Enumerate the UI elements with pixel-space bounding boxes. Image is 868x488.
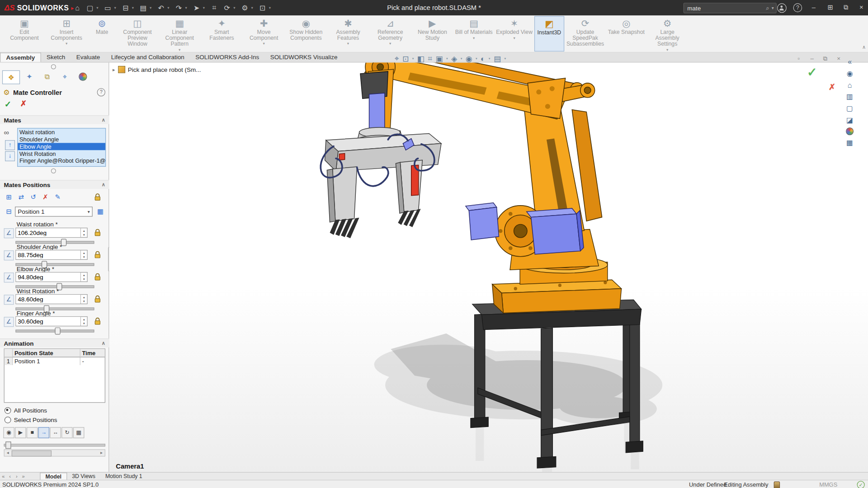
restore-button[interactable]: ⧉ <box>840 3 852 11</box>
radio-select-positions[interactable]: Select Positions <box>5 417 57 423</box>
lock-icon[interactable] <box>94 251 101 258</box>
feature-tree-breadcrumb[interactable]: ▸ Pick and place robot (Sm... <box>113 66 201 73</box>
mate-filter-icon[interactable]: ∞ <box>4 128 9 136</box>
save-caret-icon[interactable]: ▾ <box>132 5 137 10</box>
lock-icon[interactable] <box>94 296 101 303</box>
status-units[interactable]: MMGS <box>819 481 837 488</box>
panel-grip[interactable] <box>51 64 56 69</box>
save-icon[interactable]: ⊟ <box>119 4 132 12</box>
slider-thumb[interactable] <box>55 328 60 335</box>
tab-property-manager[interactable]: ✦ <box>21 70 38 83</box>
ribbon-button-instant3d[interactable]: ◩Instant3D <box>534 16 564 52</box>
ribbon-button-bill-of-materials[interactable]: ▤Bill of Materials▾ <box>453 16 495 52</box>
tab-scroll-prev-icon[interactable]: ‹ <box>7 474 14 479</box>
finger-angle-slider[interactable] <box>15 328 94 333</box>
mates-positions-group-header[interactable]: Mates Positions ∧ <box>0 180 109 189</box>
ribbon-button-edit-component[interactable]: ▣Edit Component <box>3 16 45 52</box>
lock-icon[interactable] <box>94 229 101 236</box>
confirm-cancel-button[interactable]: ✗ <box>826 81 838 93</box>
edit-appearance-icon[interactable]: ◐ <box>481 54 485 63</box>
capture-caret-icon[interactable]: ▾ <box>269 5 274 10</box>
elbow-angle-field[interactable]: ▲▼ <box>15 272 87 282</box>
lock-all-icon[interactable] <box>94 193 101 201</box>
ribbon-button-exploded-view[interactable]: ✶Exploded View▾ <box>494 16 534 52</box>
search-input[interactable] <box>686 4 764 12</box>
hide-show-items-icon[interactable]: ◉ <box>466 54 472 63</box>
attach-icon[interactable]: ⌗ <box>208 3 221 12</box>
list-item[interactable]: Finger Angle@Robot Gripper-1@Pic <box>18 157 105 164</box>
tab-motion-study-1[interactable]: Motion Study 1 <box>100 473 147 480</box>
scroll-right-icon[interactable]: ▸ <box>98 450 105 456</box>
ribbon-button-new-motion-study[interactable]: ▶New Motion Study <box>411 16 453 52</box>
graphics-viewport[interactable]: ▸ Pick and place robot (Sm... Camera1 <box>109 63 868 472</box>
reset-positions-button[interactable]: ↺ <box>28 192 39 203</box>
animation-timeline-slider[interactable] <box>4 441 105 447</box>
tab-sketch[interactable]: Sketch <box>41 52 71 62</box>
design-library-icon[interactable]: ▥ <box>846 93 853 101</box>
tab-evaluate[interactable]: Evaluate <box>71 52 105 62</box>
open-icon[interactable]: ▭ <box>101 4 114 12</box>
list-resize-grip[interactable] <box>51 169 56 174</box>
animation-group-header[interactable]: Animation ∧ <box>0 338 109 347</box>
options-icon[interactable]: ⚙ <box>238 4 251 12</box>
tab-scroll-first-icon[interactable]: « <box>0 474 7 479</box>
home-icon[interactable]: ⌂ <box>71 4 84 12</box>
robot-3d-model[interactable] <box>109 63 868 472</box>
rebuild-caret-icon[interactable]: ▾ <box>233 5 238 10</box>
select-caret-icon[interactable]: ▾ <box>203 5 208 10</box>
screen-capture-icon[interactable]: ⊡ <box>256 4 269 12</box>
viewport-close-icon[interactable]: × <box>834 55 844 61</box>
stop-button[interactable]: ■ <box>27 427 38 438</box>
spinner[interactable]: ▲▼ <box>80 250 87 259</box>
scrollbar-thumb[interactable] <box>12 450 52 456</box>
redo-caret-icon[interactable]: ▾ <box>185 5 190 10</box>
tab-feature-manager[interactable]: ❖ <box>2 70 20 84</box>
tab-scroll-last-icon[interactable]: » <box>20 474 27 479</box>
ribbon-button-move-component[interactable]: ✚Move Component▾ <box>243 16 285 52</box>
tab-dimxpert-manager[interactable]: ⌖ <box>57 70 73 83</box>
waist-rotation-field[interactable]: ▲▼ <box>15 228 87 238</box>
list-item[interactable]: Wrist Rotation <box>18 150 105 157</box>
calculate-button[interactable]: ◉ <box>3 427 14 438</box>
view-settings-icon[interactable]: ▤ <box>494 54 501 63</box>
tab-3d-views[interactable]: 3D Views <box>67 473 100 480</box>
spinner[interactable]: ▲▼ <box>80 295 87 304</box>
print-icon[interactable]: ▤ <box>137 4 150 12</box>
list-item[interactable]: Waist rotation <box>18 128 105 136</box>
open-caret-icon[interactable]: ▾ <box>114 5 119 10</box>
cancel-button[interactable]: ✗ <box>20 99 27 109</box>
close-button[interactable]: × <box>856 3 867 11</box>
slider-thumb[interactable] <box>5 441 11 449</box>
tab-lifecycle-collaboration[interactable]: Lifecycle and Collaboration <box>105 52 189 62</box>
expand-arrow-icon[interactable]: ▸ <box>113 67 115 72</box>
search-icon[interactable]: ⌕ <box>766 5 769 12</box>
ribbon-button-assembly-features[interactable]: ✱Assembly Features▾ <box>327 16 369 52</box>
new-document-icon[interactable]: ▢ <box>84 4 96 12</box>
ribbon-collapse-icon[interactable]: ∧ <box>862 44 866 50</box>
measure-icon[interactable]: ⌗ <box>428 54 432 63</box>
confirm-ok-button[interactable]: ✓ <box>805 66 819 80</box>
update-positions-button[interactable]: ⇄ <box>15 192 27 203</box>
ribbon-button-insert-components[interactable]: ⊞Insert Components▾ <box>46 16 88 52</box>
zoom-fit-icon[interactable]: ⌖ <box>395 54 399 63</box>
lock-icon[interactable] <box>94 273 101 281</box>
user-account-icon[interactable] <box>777 3 787 13</box>
tab-configuration-manager[interactable]: ⧉ <box>39 70 56 83</box>
ribbon-button-show-hidden-components[interactable]: ◉Show Hidden Components <box>285 16 327 52</box>
shoulder-angle-field[interactable]: ▲▼ <box>15 250 87 260</box>
tab-model[interactable]: Model <box>40 472 67 480</box>
ribbon-button-linear-component-pattern[interactable]: ▦Linear Component Pattern▾ <box>159 16 201 52</box>
scroll-left-icon[interactable]: ◂ <box>5 450 11 456</box>
add-position-button[interactable]: ⊞ <box>3 192 14 203</box>
move-mate-down-button[interactable]: ↓ <box>5 151 15 161</box>
move-mate-up-button[interactable]: ↑ <box>5 140 15 150</box>
finger-angle-field[interactable]: ▲▼ <box>15 316 87 326</box>
viewport-minimize-icon[interactable]: – <box>807 55 817 61</box>
print-caret-icon[interactable]: ▾ <box>150 5 155 10</box>
tab-assembly[interactable]: Assembly <box>0 52 41 62</box>
ribbon-button-mate[interactable]: ⊚Mate <box>88 16 117 52</box>
ribbon-button-take-snapshot[interactable]: ◎Take Snapshot <box>606 16 646 52</box>
ribbon-button-update-speedpak[interactable]: ⟳Update SpeedPak Subassemblies <box>564 16 606 52</box>
delete-position-button[interactable]: ✗ <box>40 192 51 203</box>
loop-button[interactable]: ↻ <box>61 427 73 438</box>
